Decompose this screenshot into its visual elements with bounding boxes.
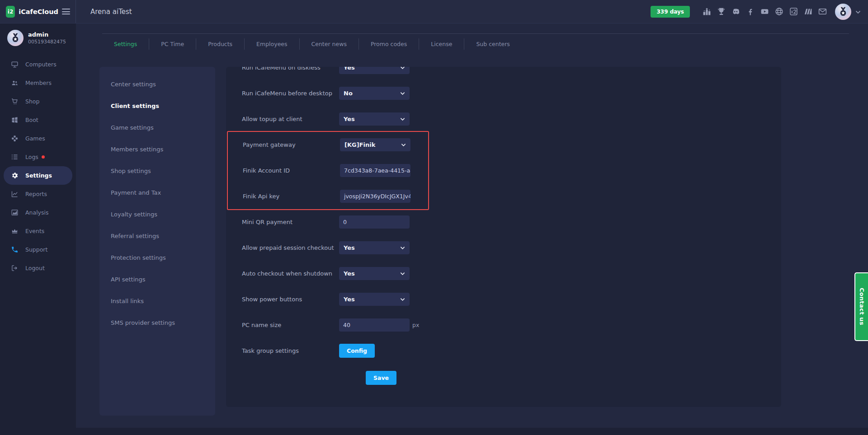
save-button[interactable]: Save: [366, 371, 396, 385]
submenu-item-payment-and-tax[interactable]: Payment and Tax: [99, 182, 215, 203]
select-value: Yes: [344, 270, 355, 277]
trophy-icon[interactable]: [716, 6, 726, 17]
sidebar-item-events[interactable]: Events: [0, 222, 76, 240]
task-group-settings-button[interactable]: Config: [339, 344, 375, 358]
sidebar-item-members[interactable]: Members: [0, 74, 76, 92]
sidebar-item-settings[interactable]: Settings: [4, 166, 72, 185]
form-row: Run iCafeMenu on disklessYes: [226, 67, 781, 80]
form-row: Task group settingsConfig: [226, 338, 781, 364]
facebook-icon[interactable]: [745, 6, 755, 17]
select-value: Yes: [344, 67, 355, 71]
submenu-item-install-links[interactable]: Install links: [99, 290, 215, 312]
auto-checkout-when-shutdown-select[interactable]: Yes: [339, 267, 410, 280]
discord-icon[interactable]: [731, 6, 741, 17]
sidebar-item-boot[interactable]: Boot: [0, 111, 76, 129]
user-block[interactable]: admin 005193482475: [0, 23, 76, 51]
sidebar-item-label: Analysis: [25, 209, 49, 216]
sidebar-item-shop[interactable]: Shop: [0, 92, 76, 111]
tab-center-news[interactable]: Center news: [300, 34, 359, 54]
shop-icon: [11, 98, 19, 105]
field-label: PC name size: [242, 322, 339, 328]
submenu-item-shop-settings[interactable]: Shop settings: [99, 160, 215, 182]
globe-icon[interactable]: [774, 6, 784, 17]
save-row: Save: [226, 371, 781, 385]
sidebar-item-analysis[interactable]: Analysis: [0, 203, 76, 222]
mail-icon[interactable]: [817, 6, 828, 17]
field-label: Run iCafeMenu on diskless: [242, 67, 339, 71]
tab-sub-centers[interactable]: Sub centers: [464, 34, 522, 54]
mini-qr-payment-input[interactable]: 0: [339, 215, 410, 229]
submenu-item-sms-provider-settings[interactable]: SMS provider settings: [99, 312, 215, 333]
allow-topup-at-client-select[interactable]: Yes: [339, 112, 410, 126]
sidebar-item-logout[interactable]: Logout: [0, 259, 76, 277]
layers-icon[interactable]: [803, 6, 813, 17]
field-label: Payment gateway: [243, 141, 340, 148]
input-value: 0: [343, 219, 347, 225]
sidebar-item-computers[interactable]: Computers: [0, 55, 76, 74]
chevron-down-icon: [400, 67, 405, 70]
contact-us-label: Contact us: [859, 288, 865, 325]
submenu-item-center-settings[interactable]: Center settings: [99, 73, 215, 95]
contact-us-tab[interactable]: Contact us: [854, 272, 868, 341]
client-settings-form-panel: Run iCafeMenu on disklessYesRun iCafeMen…: [226, 67, 781, 407]
tab-pc-time[interactable]: PC Time: [149, 34, 196, 54]
youtube-icon[interactable]: [760, 6, 770, 17]
run-icafemenu-before-desktop-select[interactable]: No: [339, 87, 410, 100]
submenu-item-api-settings[interactable]: API settings: [99, 268, 215, 290]
hamburger-menu-icon[interactable]: [62, 9, 70, 14]
field-label: Show power buttons: [242, 296, 339, 303]
sidebar-item-reports[interactable]: Reports: [0, 185, 76, 203]
user-id: 005193482475: [28, 39, 66, 45]
icafe-icon[interactable]: [788, 6, 799, 17]
field-label: Allow topup at client: [242, 116, 339, 122]
page-title: Arena aiTest: [90, 8, 132, 16]
finik-api-key-input[interactable]: jvospJi2N36yDIcJGX1Jv41TIr: [340, 190, 410, 203]
tab-products[interactable]: Products: [196, 34, 244, 54]
license-days-badge[interactable]: 339 days: [651, 6, 690, 18]
sidebar-item-label: Events: [25, 228, 44, 234]
logout-icon: [11, 264, 19, 272]
chevron-down-icon: [400, 298, 405, 301]
field-label: Finik Api key: [243, 193, 340, 200]
events-icon: [11, 227, 19, 235]
avatar[interactable]: [835, 4, 851, 20]
sidebar-item-logs[interactable]: Logs: [0, 148, 76, 166]
sidebar-item-label: Support: [25, 246, 47, 253]
field-label: Allow prepaid session checkout: [242, 244, 339, 251]
submenu-item-loyalty-settings[interactable]: Loyalty settings: [99, 203, 215, 225]
form-rows: Run iCafeMenu on disklessYesRun iCafeMen…: [226, 67, 781, 364]
sidebar-item-label: Shop: [25, 98, 39, 105]
unit-suffix: px: [412, 322, 419, 328]
games-icon: [11, 135, 19, 142]
finik-account-id-input[interactable]: 7cd343a8-7aea-4415-a4f8: [340, 164, 410, 177]
tab-employees[interactable]: Employees: [245, 34, 299, 54]
submenu-item-referral-settings[interactable]: Referral settings: [99, 225, 215, 247]
brand: i2 iCafeCloud: [0, 0, 76, 23]
pc-name-size-input[interactable]: 40: [339, 318, 410, 332]
run-icafemenu-on-diskless-select[interactable]: Yes: [339, 67, 410, 74]
content: SettingsPC TimeProductsEmployeesCenter n…: [76, 23, 868, 435]
show-power-buttons-select[interactable]: Yes: [339, 293, 410, 306]
sidebar: admin 005193482475 ComputersMembersShopB…: [0, 23, 76, 435]
allow-prepaid-session-checkout-select[interactable]: Yes: [339, 241, 410, 254]
select-value: Yes: [344, 116, 355, 122]
tab-license[interactable]: License: [419, 34, 464, 54]
submenu-item-members-settings[interactable]: Members settings: [99, 138, 215, 160]
submenu-item-client-settings[interactable]: Client settings: [99, 95, 215, 117]
input-value: 7cd343a8-7aea-4415-a4f8: [344, 167, 410, 174]
podium-icon[interactable]: [702, 6, 712, 17]
members-icon: [11, 79, 19, 87]
field-label: Finik Account ID: [243, 167, 340, 174]
chevron-down-icon[interactable]: [855, 7, 861, 16]
chevron-down-icon: [400, 92, 405, 95]
tab-settings[interactable]: Settings: [102, 34, 149, 54]
header-right: 339 days: [651, 4, 868, 20]
chevron-down-icon: [400, 117, 405, 121]
sidebar-item-support[interactable]: Support: [0, 240, 76, 259]
payment-gateway-select[interactable]: [KG]Finik: [340, 138, 410, 151]
submenu-item-protection-settings[interactable]: Protection settings: [99, 247, 215, 268]
sidebar-item-label: Logout: [25, 265, 45, 271]
sidebar-item-games[interactable]: Games: [0, 129, 76, 148]
tab-promo-codes[interactable]: Promo codes: [359, 34, 419, 54]
submenu-item-game-settings[interactable]: Game settings: [99, 117, 215, 138]
